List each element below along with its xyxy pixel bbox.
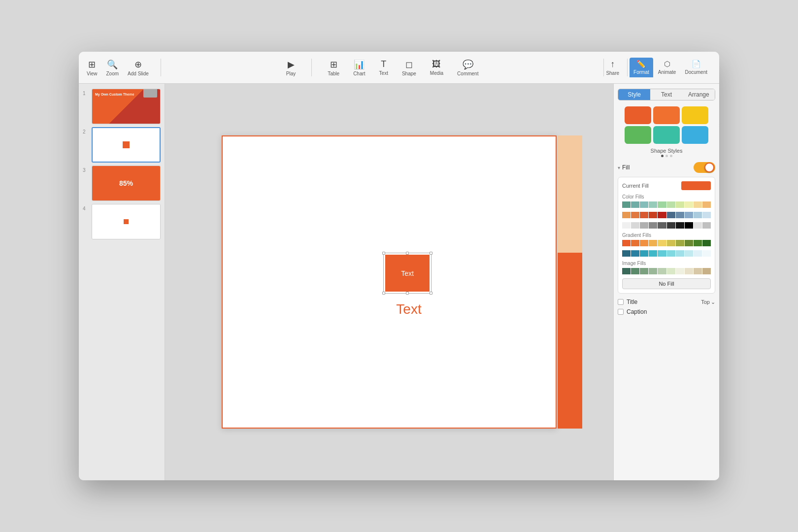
grid-nav-right[interactable]: › bbox=[719, 121, 719, 129]
color-cell[interactable] bbox=[649, 201, 657, 208]
swatch-red[interactable] bbox=[625, 106, 651, 124]
handle-bl[interactable] bbox=[382, 292, 385, 295]
color-cell[interactable] bbox=[676, 222, 684, 229]
tab-style[interactable]: Style bbox=[618, 89, 650, 100]
play-button[interactable]: ▶ Play bbox=[286, 59, 296, 76]
current-fill-swatch[interactable] bbox=[681, 181, 711, 190]
slide-img-1[interactable]: My Own Custom Theme bbox=[92, 89, 161, 124]
color-cell[interactable] bbox=[685, 212, 693, 218]
swatch-green[interactable] bbox=[625, 126, 651, 144]
color-cell[interactable] bbox=[649, 250, 657, 257]
animate-tab[interactable]: ⬡ Animate bbox=[654, 58, 680, 77]
color-cell[interactable] bbox=[640, 268, 648, 274]
color-cell[interactable] bbox=[702, 222, 711, 229]
color-cell[interactable] bbox=[631, 222, 639, 229]
color-cell[interactable] bbox=[702, 268, 711, 274]
color-cell[interactable] bbox=[622, 250, 631, 257]
color-cell[interactable] bbox=[685, 268, 693, 274]
swatch-blue[interactable] bbox=[682, 126, 708, 144]
color-cell[interactable] bbox=[649, 222, 657, 229]
color-cell[interactable] bbox=[640, 201, 648, 208]
color-cell[interactable] bbox=[649, 212, 657, 218]
color-cell[interactable] bbox=[622, 268, 631, 274]
tab-arrange[interactable]: Arrange bbox=[683, 89, 715, 100]
color-cell[interactable] bbox=[676, 268, 684, 274]
color-cell[interactable] bbox=[658, 250, 666, 257]
color-cell[interactable] bbox=[631, 268, 639, 274]
color-cell[interactable] bbox=[658, 268, 666, 274]
color-cell[interactable] bbox=[667, 250, 675, 257]
color-cell[interactable] bbox=[658, 201, 666, 208]
comment-button[interactable]: 💬 Comment bbox=[457, 59, 478, 76]
slide-thumb-3[interactable]: 3 85% bbox=[83, 166, 161, 201]
color-cell[interactable] bbox=[631, 201, 639, 208]
share-button[interactable]: ↑ Share bbox=[606, 59, 619, 76]
caption-checkbox[interactable] bbox=[618, 309, 624, 315]
slide-img-2[interactable] bbox=[92, 127, 161, 163]
handle-tr[interactable] bbox=[430, 252, 432, 255]
color-cell[interactable] bbox=[622, 201, 631, 208]
color-cell[interactable] bbox=[694, 268, 702, 274]
color-cell[interactable] bbox=[702, 250, 711, 257]
color-cell[interactable] bbox=[667, 222, 675, 229]
color-cell[interactable] bbox=[685, 250, 693, 257]
color-cell[interactable] bbox=[631, 212, 639, 218]
text-button[interactable]: T Text bbox=[379, 59, 388, 76]
title-position-dropdown[interactable]: Top ⌄ bbox=[701, 299, 715, 305]
color-cell[interactable] bbox=[667, 268, 675, 274]
color-cell[interactable] bbox=[667, 201, 675, 208]
color-cell[interactable] bbox=[622, 240, 631, 246]
color-cell[interactable] bbox=[667, 212, 675, 218]
color-cell[interactable] bbox=[649, 240, 657, 246]
color-cell[interactable] bbox=[685, 201, 693, 208]
fill-toggle[interactable] bbox=[694, 162, 715, 173]
color-cell[interactable] bbox=[640, 212, 648, 218]
color-cell[interactable] bbox=[702, 240, 711, 246]
color-cell[interactable] bbox=[667, 240, 675, 246]
slide-thumb-2[interactable]: 2 bbox=[83, 127, 161, 163]
color-cell[interactable] bbox=[694, 222, 702, 229]
add-slide-button[interactable]: ⊕ Add Slide bbox=[128, 59, 149, 76]
color-cell[interactable] bbox=[685, 240, 693, 246]
slide-canvas[interactable]: Text Text bbox=[222, 135, 557, 429]
color-cell[interactable] bbox=[676, 212, 684, 218]
format-tab[interactable]: ✏️ Format bbox=[630, 58, 653, 77]
grid-nav-left[interactable]: ‹ bbox=[614, 121, 614, 129]
fill-chevron[interactable]: ▾ bbox=[618, 165, 620, 170]
color-cell[interactable] bbox=[658, 212, 666, 218]
table-button[interactable]: ⊞ Table bbox=[328, 59, 339, 76]
color-cell[interactable] bbox=[640, 240, 648, 246]
title-checkbox[interactable] bbox=[618, 299, 624, 305]
color-cell[interactable] bbox=[702, 201, 711, 208]
tab-text[interactable]: Text bbox=[650, 89, 682, 100]
slide-thumb-1[interactable]: 1 My Own Custom Theme bbox=[83, 89, 161, 124]
document-tab[interactable]: 📄 Document bbox=[681, 58, 711, 77]
handle-bm[interactable] bbox=[406, 292, 409, 295]
color-cell[interactable] bbox=[702, 212, 711, 218]
chart-button[interactable]: 📊 Chart bbox=[353, 59, 365, 76]
slide-thumb-4[interactable]: 4 bbox=[83, 204, 161, 239]
shape-box[interactable]: Text bbox=[385, 255, 430, 292]
color-cell[interactable] bbox=[676, 240, 684, 246]
shape-button[interactable]: ◻ Shape bbox=[402, 59, 416, 76]
swatch-yellow[interactable] bbox=[682, 106, 708, 124]
color-cell[interactable] bbox=[640, 222, 648, 229]
color-cell[interactable] bbox=[631, 240, 639, 246]
color-cell[interactable] bbox=[658, 222, 666, 229]
zoom-control[interactable]: 🔍 Zoom bbox=[106, 59, 119, 76]
color-cell[interactable] bbox=[631, 250, 639, 257]
media-button[interactable]: 🖼 Media bbox=[430, 59, 443, 76]
color-cell[interactable] bbox=[694, 201, 702, 208]
color-cell[interactable] bbox=[649, 268, 657, 274]
color-cell[interactable] bbox=[676, 201, 684, 208]
color-cell[interactable] bbox=[622, 222, 631, 229]
no-fill-button[interactable]: No Fill bbox=[622, 278, 711, 289]
handle-br[interactable] bbox=[430, 292, 432, 295]
view-button[interactable]: ⊞ View bbox=[87, 59, 98, 76]
slide-img-3[interactable]: 85% bbox=[92, 166, 161, 201]
color-cell[interactable] bbox=[640, 250, 648, 257]
color-cell[interactable] bbox=[694, 250, 702, 257]
color-cell[interactable] bbox=[685, 222, 693, 229]
text-below-shape[interactable]: Text bbox=[379, 301, 438, 317]
swatch-teal[interactable] bbox=[653, 126, 680, 144]
